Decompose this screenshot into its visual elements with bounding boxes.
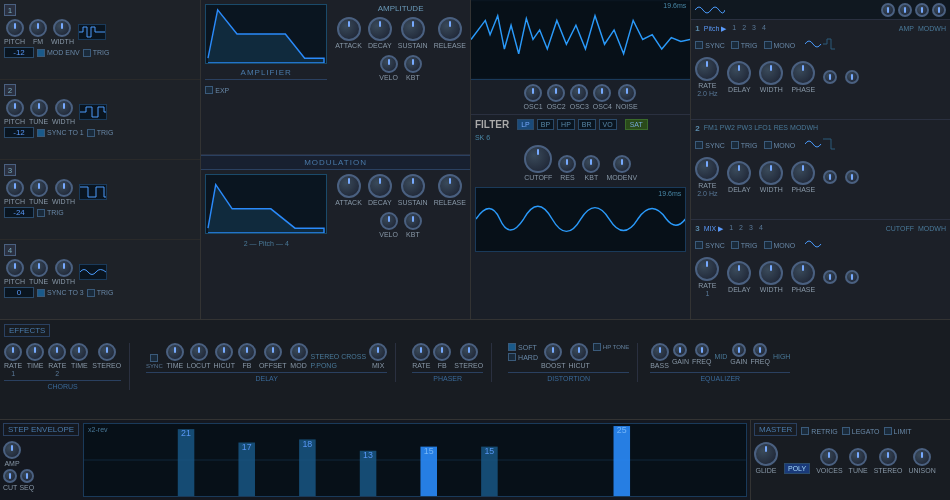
master-glide-knob[interactable]	[754, 442, 778, 466]
limit-check[interactable]: LIMIT	[884, 427, 912, 435]
soft-cb[interactable]	[508, 343, 516, 351]
lfo-2-delay-knob[interactable]	[727, 161, 751, 185]
master-voices-knob[interactable]	[820, 448, 838, 466]
master-unison-knob[interactable]	[913, 448, 931, 466]
lfo-3-delay-knob[interactable]	[727, 261, 751, 285]
filter-modenv-knob[interactable]	[613, 155, 631, 173]
master-tune-knob[interactable]	[849, 448, 867, 466]
eq-freq2-knob[interactable]	[753, 343, 767, 357]
waveform-mini-4[interactable]	[79, 264, 107, 280]
lfo-3-extra-knob-1[interactable]	[823, 270, 837, 284]
chorus-time2-knob[interactable]	[70, 343, 88, 361]
p-pong-label[interactable]: P.PONG	[311, 362, 367, 369]
dist-hicut-knob[interactable]	[570, 343, 588, 361]
filter-hp-btn[interactable]: HP	[557, 119, 575, 130]
waveform-mini-3[interactable]	[79, 184, 107, 200]
mod-env-check-1[interactable]: MOD ENV	[37, 49, 80, 57]
filter-kbt-knob[interactable]	[582, 155, 600, 173]
filter-br-btn[interactable]: BR	[578, 119, 596, 130]
width-knob-3[interactable]	[55, 179, 73, 197]
hard-check[interactable]: HARD	[508, 353, 538, 361]
lfo-3-width-knob[interactable]	[759, 261, 783, 285]
poly-btn[interactable]: POLY	[784, 463, 810, 474]
delay-offset-knob[interactable]	[264, 343, 282, 361]
lfo-3-mono-cb[interactable]	[764, 241, 772, 249]
mod-attack-knob[interactable]	[337, 174, 361, 198]
lfo-3-tab-3[interactable]: 3	[747, 224, 755, 231]
pitch-knob-3[interactable]	[6, 179, 24, 197]
lfo-3-trig-cb[interactable]	[731, 241, 739, 249]
lfo-1-phase-knob[interactable]	[791, 61, 815, 85]
trig-cb-3[interactable]	[37, 209, 45, 217]
lfo-1-mono-cb[interactable]	[764, 41, 772, 49]
soft-check[interactable]: SOFT	[508, 343, 538, 351]
trig-cb-1[interactable]	[83, 49, 91, 57]
trig-check-4[interactable]: TRIG	[87, 289, 114, 297]
trig-check-1[interactable]: TRIG	[83, 49, 110, 57]
eq-gain2-knob[interactable]	[732, 343, 746, 357]
chorus-rate1-knob[interactable]	[4, 343, 22, 361]
lfo-top-knob-1[interactable]	[881, 3, 895, 17]
delay-locut-knob[interactable]	[190, 343, 208, 361]
noise-mix-knob[interactable]	[618, 84, 636, 102]
lfo-3-tab-4[interactable]: 4	[757, 224, 765, 231]
osc1-mix-knob[interactable]	[524, 84, 542, 102]
lfo-2-sync-cb[interactable]	[695, 141, 703, 149]
lfo-top-knob-3[interactable]	[915, 3, 929, 17]
filter-res-knob[interactable]	[558, 155, 576, 173]
lfo-1-mono-check[interactable]: MONO	[764, 41, 796, 49]
lfo-3-mono-check[interactable]: MONO	[764, 241, 796, 249]
lfo-2-mono-cb[interactable]	[764, 141, 772, 149]
exp-check[interactable]: EXP	[205, 86, 229, 94]
lfo-1-delay-knob[interactable]	[727, 61, 751, 85]
tune-knob-4[interactable]	[30, 259, 48, 277]
delay-mod-knob[interactable]	[290, 343, 308, 361]
lfo-1-rate-knob[interactable]	[695, 57, 719, 81]
lfo-3-tab-2[interactable]: 2	[737, 224, 745, 231]
delay-sync-check[interactable]: SYNC	[146, 354, 163, 369]
filter-cutoff-knob[interactable]	[524, 145, 552, 173]
lfo-1-trig-check[interactable]: TRIG	[731, 41, 758, 49]
lfo-3-trig-check[interactable]: TRIG	[731, 241, 758, 249]
step-seq-knob[interactable]	[20, 469, 34, 483]
lfo-1-trig-cb[interactable]	[731, 41, 739, 49]
chorus-stereo-knob[interactable]	[98, 343, 116, 361]
mod-sustain-knob[interactable]	[401, 174, 425, 198]
lfo-1-tab-1[interactable]: 1	[730, 24, 738, 31]
lfo-3-sync-check[interactable]: SYNC	[695, 241, 724, 249]
mod-release-knob[interactable]	[438, 174, 462, 198]
width-knob-4[interactable]	[55, 259, 73, 277]
lfo-3-phase-knob[interactable]	[791, 261, 815, 285]
mod-env-cb-1[interactable]	[37, 49, 45, 57]
pitch-knob-2[interactable]	[6, 99, 24, 117]
tune-knob-2[interactable]	[30, 99, 48, 117]
phaser-rate-knob[interactable]	[412, 343, 430, 361]
pitch-knob-4[interactable]	[6, 259, 24, 277]
lfo-top-knob-2[interactable]	[898, 3, 912, 17]
amp-attack-knob[interactable]	[337, 17, 361, 41]
lfo-1-extra-knob-2[interactable]	[845, 70, 859, 84]
sync-check-4[interactable]: SYNC TO 3	[37, 289, 84, 297]
step-amp-knob[interactable]	[3, 441, 21, 459]
pitch-knob-1[interactable]	[6, 19, 24, 37]
sat-badge[interactable]: SAT	[625, 119, 648, 130]
fm-knob-1[interactable]	[29, 19, 47, 37]
retrig-cb[interactable]	[801, 427, 809, 435]
chorus-time1-knob[interactable]	[26, 343, 44, 361]
lfo-3-tab-1[interactable]: 1	[727, 224, 735, 231]
sync-cb-4[interactable]	[37, 289, 45, 297]
lfo-top-knob-4[interactable]	[932, 3, 946, 17]
hard-cb[interactable]	[508, 353, 516, 361]
osc3-mix-knob[interactable]	[570, 84, 588, 102]
lfo-1-extra-knob-1[interactable]	[823, 70, 837, 84]
mod-kbt-knob[interactable]	[404, 212, 422, 230]
mod-velo-knob[interactable]	[380, 212, 398, 230]
lfo-2-mono-check[interactable]: MONO	[764, 141, 796, 149]
waveform-mini-1[interactable]	[78, 24, 106, 40]
master-stereo-knob[interactable]	[879, 448, 897, 466]
trig-check-3[interactable]: TRIG	[37, 209, 64, 217]
phaser-stereo-knob[interactable]	[460, 343, 478, 361]
legato-check[interactable]: LEGATO	[842, 427, 880, 435]
lfo-3-rate-knob[interactable]	[695, 257, 719, 281]
lfo-1-sync-check[interactable]: SYNC	[695, 41, 724, 49]
